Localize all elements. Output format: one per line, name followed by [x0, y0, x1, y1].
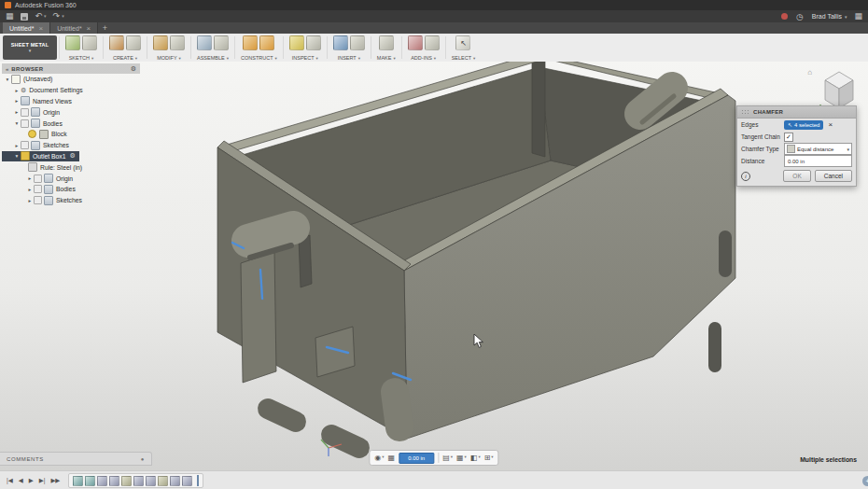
ribbon-menu-construct[interactable]: CONSTRUCT ▾: [241, 55, 277, 62]
browser-item-outlet-box1[interactable]: ▾ Outlet Box1 ⚙: [2, 151, 79, 162]
clock-icon[interactable]: ◷: [796, 12, 804, 21]
visibility-toggle-icon[interactable]: [34, 196, 42, 204]
modify-tool2-icon[interactable]: [170, 35, 185, 50]
ribbon-menu-inspect[interactable]: INSPECT ▾: [292, 55, 318, 62]
undo-icon[interactable]: ↶: [35, 12, 43, 21]
browser-item-document-settings[interactable]: ▸ ⚙ Document Settings: [2, 85, 140, 96]
measure-icon[interactable]: [289, 35, 304, 50]
browser-item-bodies-2[interactable]: ▸ Bodies: [2, 184, 140, 195]
close-icon[interactable]: ×: [38, 24, 43, 33]
scripts-addins-icon[interactable]: [408, 35, 423, 50]
create-tool-icon[interactable]: [126, 35, 141, 50]
browser-item-rule[interactable]: Rule: Steel (in): [2, 161, 140, 173]
redo-caret-icon[interactable]: ▾: [62, 14, 64, 19]
browser-item-unsaved[interactable]: ▾ (Unsaved): [2, 74, 140, 85]
gear-icon[interactable]: ⚙: [131, 65, 136, 73]
pan-grid-icon[interactable]: ▦: [388, 454, 396, 462]
ribbon-menu-sketch[interactable]: SKETCH ▾: [69, 55, 94, 62]
modify-tool-icon[interactable]: [153, 35, 168, 50]
dimension-input[interactable]: 0.00 in: [399, 453, 434, 464]
expand-closed-icon[interactable]: ▸: [13, 143, 21, 148]
save-icon[interactable]: [21, 13, 28, 21]
flange-icon[interactable]: [109, 35, 124, 50]
record-icon[interactable]: [781, 13, 788, 20]
timeline-sketch-icon[interactable]: [73, 476, 83, 486]
timeline-sketch-icon[interactable]: [85, 476, 95, 486]
play-button[interactable]: ▶: [27, 478, 35, 484]
expand-open-icon[interactable]: ▾: [13, 153, 21, 159]
expand-closed-icon[interactable]: ▸: [13, 98, 21, 104]
construction-plane-icon[interactable]: [243, 35, 258, 50]
undo-caret-icon[interactable]: ▾: [44, 14, 47, 19]
expand-closed-icon[interactable]: ▸: [26, 175, 34, 181]
expand-open-icon[interactable]: ▾: [4, 77, 11, 82]
ok-button[interactable]: OK: [783, 170, 810, 182]
ribbon-menu-make[interactable]: MAKE ▾: [377, 55, 396, 62]
ribbon-menu-select[interactable]: SELECT ▾: [452, 55, 476, 62]
help-grid-icon[interactable]: ▦: [854, 12, 862, 21]
multi-view-icon[interactable]: ⊞ ▾: [484, 454, 494, 462]
visibility-toggle-icon[interactable]: [34, 175, 42, 183]
drag-grip-icon[interactable]: [741, 109, 749, 115]
viewport-layout-icon[interactable]: ◧ ▾: [470, 454, 481, 462]
visibility-toggle-icon[interactable]: [21, 108, 29, 117]
ribbon-menu-addins[interactable]: ADD-INS ▾: [411, 55, 436, 62]
browser-item-sketches-2[interactable]: ▸ Sketches: [2, 195, 140, 206]
browser-item-origin-2[interactable]: ▸ Origin: [2, 173, 140, 184]
3d-print-icon[interactable]: [379, 35, 394, 50]
redo-icon[interactable]: ↷: [53, 12, 61, 21]
assemble-tool-icon[interactable]: [197, 35, 212, 50]
app-store-icon[interactable]: [425, 35, 440, 50]
visibility-toggle-icon[interactable]: [21, 141, 29, 149]
browser-item-bodies[interactable]: ▾ Bodies: [2, 118, 140, 129]
orbit-icon[interactable]: ◉ ▾: [374, 454, 384, 462]
ribbon-menu-assemble[interactable]: ASSEMBLE ▾: [197, 55, 229, 62]
chamfer-type-select[interactable]: Equal distance ▾: [784, 143, 852, 155]
ribbon-menu-insert[interactable]: INSERT ▾: [338, 55, 360, 62]
tab-untitled-2[interactable]: Untitled* ×: [50, 22, 98, 34]
edges-selection-pill[interactable]: ↖ 4 selected: [784, 120, 823, 130]
timeline-feature-icon[interactable]: [170, 476, 180, 486]
browser-item-sketches[interactable]: ▸ Sketches: [2, 140, 140, 151]
timeline-feature-icon[interactable]: [97, 476, 107, 486]
create-sketch-icon[interactable]: [65, 35, 80, 50]
dialog-header[interactable]: CHAMFER: [737, 106, 856, 119]
feedback-icon[interactable]: +: [862, 476, 868, 486]
timeline-feature-icon[interactable]: [133, 476, 144, 486]
visibility-toggle-icon[interactable]: [21, 119, 29, 128]
apps-grid-icon[interactable]: ▦: [6, 12, 14, 21]
expand-closed-icon[interactable]: ▸: [26, 198, 34, 203]
new-tab-button[interactable]: +: [98, 22, 111, 34]
step-forward-button[interactable]: ▶|: [37, 478, 48, 484]
home-icon[interactable]: ⌂: [807, 68, 812, 77]
joint-icon[interactable]: [214, 35, 229, 50]
visibility-bulb-icon[interactable]: [28, 130, 36, 138]
comments-panel[interactable]: COMMENTS ●: [0, 452, 152, 466]
ribbon-menu-create[interactable]: CREATE ▾: [113, 55, 137, 62]
tab-untitled-1[interactable]: Untitled* ×: [3, 22, 50, 34]
close-icon[interactable]: ×: [87, 24, 91, 33]
clear-selection-icon[interactable]: ×: [828, 121, 833, 129]
account-menu[interactable]: Brad Tallis ▾: [812, 13, 847, 20]
expand-closed-icon[interactable]: ▸: [13, 109, 21, 115]
browser-item-named-views[interactable]: ▸ Named Views: [2, 96, 140, 107]
ribbon-menu-modify[interactable]: MODIFY ▾: [157, 55, 181, 62]
distance-input[interactable]: 0.00 in: [784, 155, 852, 167]
browser-header[interactable]: « BROWSER ⚙: [2, 63, 140, 74]
timeline-feature-icon[interactable]: [182, 476, 192, 486]
timeline-feature-icon[interactable]: [121, 476, 132, 486]
grid-settings-icon[interactable]: ▦ ▾: [456, 454, 467, 462]
browser-item-block[interactable]: Block: [2, 129, 140, 140]
visibility-toggle-icon[interactable]: [34, 185, 42, 193]
timeline-feature-icon[interactable]: [109, 476, 119, 486]
select-cursor-icon[interactable]: ↖: [455, 35, 470, 50]
timeline-position-marker[interactable]: [197, 475, 199, 486]
collapse-panel-icon[interactable]: «: [6, 66, 8, 72]
go-to-end-button[interactable]: ▶▶: [49, 478, 62, 484]
expand-closed-icon[interactable]: ▸: [26, 187, 34, 192]
step-back-button[interactable]: ◀: [17, 478, 25, 484]
construction-axis-icon[interactable]: [259, 35, 274, 50]
3d-viewport[interactable]: « BROWSER ⚙ ▾ (Unsaved) ▸ ⚙ Document Set…: [0, 62, 868, 470]
expand-closed-icon[interactable]: ▸: [13, 88, 21, 93]
expand-open-icon[interactable]: ▾: [13, 120, 21, 126]
